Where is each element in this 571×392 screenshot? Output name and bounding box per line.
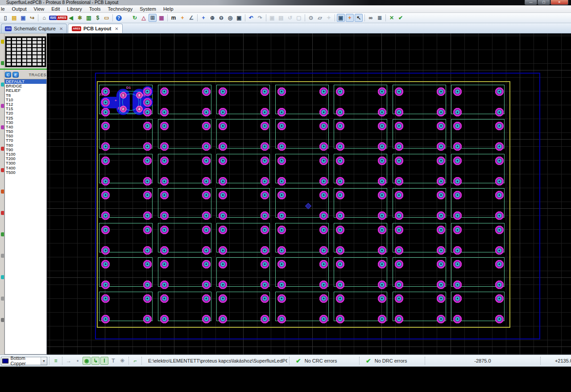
through-hole-pad[interactable] — [395, 157, 403, 165]
footprint-cell[interactable] — [334, 154, 387, 183]
through-hole-pad[interactable] — [453, 177, 462, 186]
through-hole-pad[interactable] — [160, 260, 169, 268]
through-hole-pad[interactable] — [143, 281, 152, 289]
footprint-cell[interactable] — [334, 188, 387, 218]
undo-icon[interactable]: ↶ — [247, 14, 255, 22]
zoom-area-icon[interactable]: ▣ — [235, 14, 243, 22]
mode-tool-fragment[interactable] — [1, 104, 4, 108]
through-hole-pad[interactable] — [219, 108, 227, 116]
through-hole-pad[interactable] — [277, 211, 286, 220]
through-hole-pad[interactable] — [143, 211, 152, 220]
through-hole-pad[interactable] — [319, 211, 328, 220]
trace-style-list[interactable]: DEFAULTBRIDGERELIEFT8T10T12T15T20T25T30T… — [4, 79, 47, 355]
corner-mode-icon[interactable]: ⌐ — [131, 357, 139, 365]
maximize-button[interactable]: ▢ — [538, 0, 550, 5]
through-hole-pad[interactable] — [160, 294, 169, 303]
footprint-cell[interactable] — [99, 292, 153, 321]
open-folder-icon[interactable]: ▤ — [10, 14, 18, 22]
through-hole-pad[interactable] — [395, 108, 403, 116]
through-hole-pad[interactable] — [437, 246, 445, 255]
through-hole-pad[interactable] — [160, 246, 169, 255]
through-hole-pad[interactable] — [395, 87, 403, 96]
through-hole-pad[interactable] — [219, 226, 227, 234]
through-hole-pad[interactable] — [202, 281, 211, 289]
through-hole-pad[interactable] — [261, 294, 269, 303]
footprint-cell[interactable] — [158, 154, 211, 183]
metric-icon[interactable]: m — [170, 14, 178, 22]
through-hole-pad[interactable] — [160, 142, 169, 151]
through-hole-pad[interactable] — [101, 226, 110, 234]
mode-tool-fragment[interactable] — [1, 61, 4, 65]
mode-tool-fragment[interactable] — [1, 40, 4, 44]
footprint-cell[interactable] — [158, 257, 211, 287]
footprint-cell[interactable] — [334, 292, 387, 321]
through-hole-pad[interactable] — [453, 191, 462, 199]
through-hole-pad[interactable] — [378, 157, 386, 165]
through-hole-pad[interactable] — [101, 177, 110, 186]
through-hole-pad[interactable] — [495, 108, 504, 116]
footprint-cell[interactable] — [216, 292, 270, 321]
ruler-icon[interactable]: ▭ — [103, 14, 111, 22]
through-hole-pad[interactable] — [319, 142, 328, 151]
through-hole-pad[interactable] — [395, 226, 403, 234]
trace-item-t500[interactable]: T500 — [5, 170, 46, 175]
through-hole-pad[interactable] — [437, 226, 445, 234]
through-hole-pad[interactable] — [219, 122, 227, 130]
through-hole-pad[interactable] — [495, 260, 504, 268]
through-hole-pad[interactable] — [453, 246, 462, 255]
footprint-cell[interactable] — [275, 292, 329, 321]
menu-le[interactable]: le — [0, 5, 8, 13]
trace-item-relief[interactable]: RELIEF — [5, 88, 46, 93]
through-hole-pad[interactable] — [143, 108, 152, 116]
through-hole-pad[interactable] — [277, 108, 286, 116]
menu-view[interactable]: View — [30, 5, 48, 13]
footprint-cell[interactable] — [334, 85, 387, 114]
find-component-icon[interactable]: ✱ — [76, 14, 84, 22]
library-manager-icon[interactable]: ▥ — [85, 14, 93, 22]
through-hole-pad[interactable] — [378, 191, 386, 199]
through-hole-pad[interactable] — [336, 246, 344, 255]
tab-pcb-layout[interactable]: ARESPCB Layout✕ — [68, 24, 122, 33]
footprint-cell[interactable] — [99, 154, 153, 183]
through-hole-pad[interactable] — [378, 315, 386, 323]
through-hole-pad[interactable] — [277, 142, 286, 151]
through-hole-pad[interactable] — [378, 142, 386, 151]
mode-tool-fragment[interactable] — [1, 297, 4, 301]
new-file-icon[interactable]: ▯ — [1, 14, 9, 22]
through-hole-pad[interactable] — [160, 211, 169, 220]
through-hole-pad[interactable] — [453, 211, 462, 220]
through-hole-pad[interactable] — [101, 294, 110, 303]
footprint-cell[interactable] — [99, 188, 153, 218]
through-hole-pad[interactable] — [261, 191, 269, 199]
minimize-button[interactable]: — — [525, 0, 537, 5]
footprint-cell[interactable] — [99, 119, 153, 149]
through-hole-pad[interactable] — [202, 246, 211, 255]
mode-tool-fragment[interactable] — [1, 211, 4, 215]
footprint-cell[interactable] — [216, 257, 270, 287]
through-hole-pad[interactable] — [277, 281, 286, 289]
through-hole-pad[interactable] — [160, 122, 169, 130]
selector-c-button[interactable]: C — [5, 72, 11, 78]
through-hole-pad[interactable] — [319, 260, 328, 268]
through-hole-pad[interactable] — [378, 87, 386, 96]
help-icon[interactable]: ? — [115, 14, 123, 22]
through-hole-pad[interactable] — [437, 108, 445, 116]
through-hole-pad[interactable] — [143, 226, 152, 234]
through-hole-pad[interactable] — [453, 315, 462, 323]
isis-module-icon[interactable]: ISIS — [49, 14, 57, 22]
pcb-canvas[interactable]: 1324D1J1J2+R1 — [47, 33, 571, 355]
pan-icon[interactable]: + — [199, 14, 207, 22]
through-hole-pad[interactable] — [101, 108, 110, 116]
footprint-cell[interactable] — [393, 154, 446, 183]
through-hole-pad[interactable] — [277, 294, 286, 303]
through-hole-pad[interactable] — [437, 315, 445, 323]
save-icon[interactable]: ▣ — [19, 14, 27, 22]
through-hole-pad[interactable] — [143, 260, 152, 268]
through-hole-pad[interactable] — [336, 157, 344, 165]
through-hole-pad[interactable] — [336, 108, 344, 116]
through-hole-pad[interactable] — [336, 211, 344, 220]
through-hole-pad[interactable] — [160, 157, 169, 165]
through-hole-pad[interactable] — [202, 211, 211, 220]
through-hole-pad[interactable] — [453, 260, 462, 268]
through-hole-pad[interactable] — [143, 122, 152, 130]
